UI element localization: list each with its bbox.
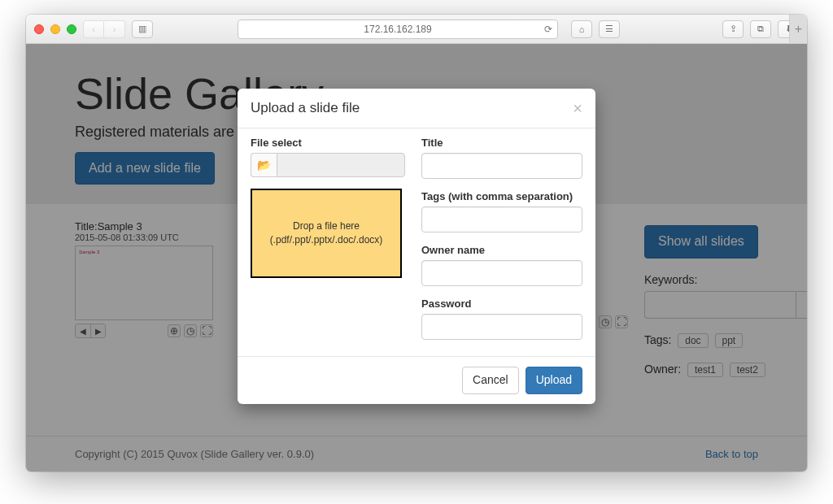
title-label: Title — [421, 137, 582, 149]
owner-field-label: Owner name — [421, 244, 582, 256]
url-field[interactable]: 172.16.162.189 — [238, 20, 558, 39]
tags-field-label: Tags (with comma separation) — [421, 190, 582, 202]
cancel-button[interactable]: Cancel — [462, 367, 519, 394]
tabs-icon — [757, 24, 764, 34]
tabs-button[interactable] — [750, 20, 771, 38]
bookmarks-button[interactable] — [599, 20, 620, 38]
modal-left-column: File select Drop a file here (.pdf/.ppt/… — [251, 137, 405, 351]
file-browse-button[interactable] — [251, 153, 277, 177]
url-text: 172.16.162.189 — [364, 24, 431, 35]
modal-footer: Cancel Upload — [238, 356, 595, 404]
owner-input[interactable] — [421, 260, 582, 286]
share-icon — [730, 24, 737, 34]
page-viewport: Slide Gallery Registered materials are c… — [26, 44, 807, 471]
title-input[interactable] — [421, 153, 582, 179]
file-select-row — [251, 153, 405, 177]
reload-icon[interactable] — [544, 24, 552, 35]
modal-body: File select Drop a file here (.pdf/.ppt/… — [238, 128, 595, 356]
panel-icon — [138, 24, 146, 34]
browser-titlebar: 172.16.162.189 + — [26, 15, 807, 44]
nav-back-forward — [83, 20, 125, 38]
upload-modal: Upload a slide file × File select Drop a… — [238, 89, 595, 404]
nav-back-button[interactable] — [83, 20, 104, 38]
browser-window: 172.16.162.189 + Slide Gallery Registere… — [26, 15, 807, 471]
upload-button[interactable]: Upload — [526, 367, 582, 394]
new-tab-button[interactable]: + — [789, 15, 807, 43]
password-input[interactable] — [421, 314, 582, 340]
dropzone-line1: Drop a file here — [270, 219, 383, 233]
list-icon — [605, 24, 613, 34]
share-button[interactable] — [722, 20, 744, 38]
modal-header: Upload a slide file × — [238, 89, 595, 128]
modal-right-column: Title Tags (with comma separation) Owner… — [421, 137, 582, 351]
sidebar-toggle-button[interactable] — [132, 20, 153, 38]
home-icon — [579, 24, 585, 34]
tags-input[interactable] — [421, 206, 582, 232]
file-path-display — [277, 153, 405, 177]
file-dropzone[interactable]: Drop a file here (.pdf/.ppt/.pptx/.doc/.… — [251, 189, 402, 278]
nav-forward-button[interactable] — [104, 20, 125, 38]
dropzone-line2: (.pdf/.ppt/.pptx/.doc/.docx) — [270, 233, 383, 247]
chevron-right-icon — [113, 24, 116, 34]
password-label: Password — [421, 298, 582, 310]
modal-title: Upload a slide file — [251, 100, 360, 116]
file-select-label: File select — [251, 137, 405, 149]
chevron-left-icon — [92, 24, 95, 34]
window-close-icon[interactable] — [34, 24, 44, 34]
window-minimize-icon[interactable] — [50, 24, 60, 34]
folder-icon — [257, 159, 271, 172]
window-zoom-icon[interactable] — [67, 24, 76, 34]
home-button[interactable] — [571, 20, 592, 38]
window-traffic-lights — [34, 24, 76, 34]
modal-close-button[interactable]: × — [573, 100, 582, 116]
